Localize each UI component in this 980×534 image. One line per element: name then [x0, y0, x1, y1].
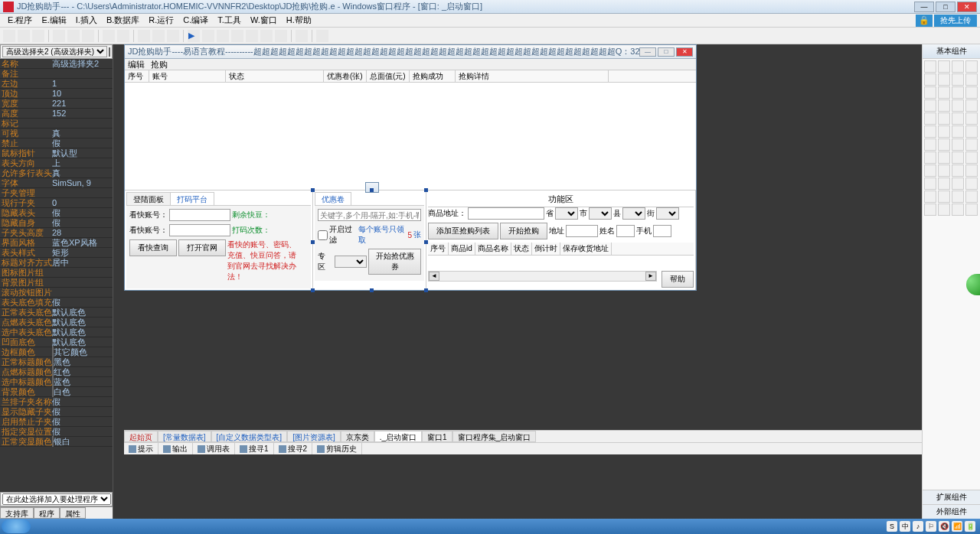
toolbox-external[interactable]: 外部组件	[923, 504, 980, 519]
toolbox-item-icon[interactable]	[965, 86, 978, 99]
toolbox-item-icon[interactable]	[952, 204, 964, 216]
toolbox-item-icon[interactable]	[938, 204, 950, 216]
toolbox-item-icon[interactable]	[924, 164, 936, 177]
input-acc1[interactable]	[169, 209, 230, 221]
toolbox-item-icon[interactable]	[965, 125, 978, 138]
toolbox-item-icon[interactable]	[952, 177, 964, 190]
sel-city[interactable]	[589, 207, 612, 220]
menu-window[interactable]: W.窗口	[246, 15, 282, 26]
side-handle-icon[interactable]	[966, 274, 980, 295]
cb-filter[interactable]	[318, 230, 328, 240]
btn-start-buy[interactable]: 开始抢购	[500, 223, 547, 239]
proptab-property[interactable]: 属性	[60, 507, 86, 519]
doc-tab[interactable]: 窗口程序集_启动窗口	[452, 431, 537, 442]
input-name[interactable]	[616, 225, 635, 237]
toolbox-item-icon[interactable]	[965, 151, 978, 164]
tool-step2-icon[interactable]	[246, 30, 258, 42]
tool-grid2-icon[interactable]	[152, 30, 165, 42]
proptab-program[interactable]: 程序	[34, 507, 60, 519]
btn-start-coupon[interactable]: 开始抢优惠券	[368, 249, 421, 275]
func-col[interactable]: 状态	[511, 243, 532, 255]
tab-captcha[interactable]: 打码平台	[170, 192, 214, 205]
menu-insert[interactable]: I.插入	[71, 15, 102, 26]
toolbox-item-icon[interactable]	[965, 138, 978, 151]
toolbox-item-icon[interactable]	[952, 138, 964, 151]
toolbox-item-icon[interactable]	[924, 125, 936, 138]
tool-stop-icon[interactable]	[217, 30, 229, 42]
tool-run-icon[interactable]: ▶	[188, 30, 200, 42]
tray-icon[interactable]: 🔋	[965, 521, 975, 532]
toolbox-item-icon[interactable]	[965, 164, 978, 177]
toolbox-item-icon[interactable]	[938, 164, 950, 177]
dw-max-icon[interactable]: □	[658, 47, 675, 57]
sel-zone[interactable]	[335, 256, 368, 268]
func-col[interactable]: 倒计时	[532, 243, 560, 255]
func-col[interactable]: 保存收货地址	[560, 243, 612, 255]
list-col[interactable]: 抢购成功(件)	[410, 70, 456, 82]
output-tab[interactable]: 输出	[158, 443, 193, 454]
event-selector[interactable]: 在此处选择加入要处理程序	[2, 493, 111, 505]
lock-icon[interactable]: 🔒	[916, 15, 933, 27]
dw-menu-buy[interactable]: 抢购	[151, 59, 168, 70]
dw-menu-edit[interactable]: 编辑	[128, 59, 145, 70]
toolbox-item-icon[interactable]	[965, 112, 978, 125]
maximize-button[interactable]: □	[936, 2, 956, 12]
dw-min-icon[interactable]: —	[639, 47, 656, 57]
doc-tab[interactable]: [常量数据表]	[158, 431, 211, 442]
tray-icon[interactable]: ♪	[913, 521, 923, 532]
menu-run[interactable]: R.运行	[144, 15, 178, 26]
toolbox-item-icon[interactable]	[952, 190, 964, 203]
toolbox-item-icon[interactable]	[924, 151, 936, 164]
menu-database[interactable]: B.数据库	[102, 15, 144, 26]
toolbox-item-icon[interactable]	[952, 125, 964, 138]
func-col[interactable]: 商品名称	[475, 243, 511, 255]
tool-pause-icon[interactable]	[202, 30, 214, 42]
dw-close-icon[interactable]: ✕	[676, 47, 693, 57]
toolbox-item-icon[interactable]	[924, 190, 936, 203]
doc-tab[interactable]: 京东类	[341, 431, 374, 442]
tool-copy-icon[interactable]	[67, 30, 80, 42]
toolbox-item-icon[interactable]	[924, 60, 936, 73]
tool-redo-icon[interactable]	[117, 30, 129, 42]
list-col[interactable]: 总面值(元)	[367, 70, 410, 82]
tool-open-icon[interactable]	[18, 30, 30, 42]
tool-book-icon[interactable]	[296, 30, 308, 42]
input-addr[interactable]	[566, 225, 598, 237]
toolbox-item-icon[interactable]	[924, 99, 936, 112]
list-col[interactable]: 序号	[125, 70, 149, 82]
upload-button[interactable]: 抢先上传	[934, 15, 977, 27]
toolbox-item-icon[interactable]	[952, 73, 964, 86]
tray-icon[interactable]: 📶	[952, 521, 962, 532]
output-tab[interactable]: 调用表	[193, 443, 235, 454]
tab-coupon[interactable]: 优惠卷	[315, 192, 351, 205]
toolbox-item-icon[interactable]	[938, 138, 950, 151]
tray-icon[interactable]: S	[887, 521, 897, 532]
toolbox-item-icon[interactable]	[938, 151, 950, 164]
start-button[interactable]	[2, 519, 31, 533]
menu-program[interactable]: E.程序	[3, 15, 37, 26]
btn-help[interactable]: 帮助	[662, 271, 694, 288]
toolbox-item-icon[interactable]	[924, 177, 936, 190]
sel-street[interactable]	[656, 207, 679, 220]
input-phone[interactable]	[653, 225, 671, 237]
menu-edit[interactable]: E.编辑	[37, 15, 70, 26]
toolbox-item-icon[interactable]	[952, 112, 964, 125]
doc-tab[interactable]: [图片资源表]	[287, 431, 341, 442]
toolbox-item-icon[interactable]	[938, 125, 950, 138]
toolbox-item-icon[interactable]	[924, 112, 936, 125]
toolbox-item-icon[interactable]	[965, 60, 978, 73]
toolbox-item-icon[interactable]	[924, 86, 936, 99]
tool-cut-icon[interactable]	[53, 30, 65, 42]
list-col[interactable]: 状态	[226, 70, 324, 82]
tool-grid3-icon[interactable]	[167, 30, 179, 42]
selector-btn-icon[interactable]	[109, 47, 110, 57]
toolbox-item-icon[interactable]	[965, 177, 978, 190]
scroll-left-icon[interactable]: ◄	[429, 272, 439, 281]
tool-new-icon[interactable]	[3, 30, 15, 42]
tray-icon[interactable]: 🔇	[939, 521, 949, 532]
output-tab[interactable]: 提示	[124, 443, 158, 454]
toolbox-item-icon[interactable]	[952, 151, 964, 164]
toolbox-item-icon[interactable]	[938, 86, 950, 99]
tool-step1-icon[interactable]	[231, 30, 243, 42]
scroll-right-icon[interactable]: ►	[645, 272, 656, 281]
